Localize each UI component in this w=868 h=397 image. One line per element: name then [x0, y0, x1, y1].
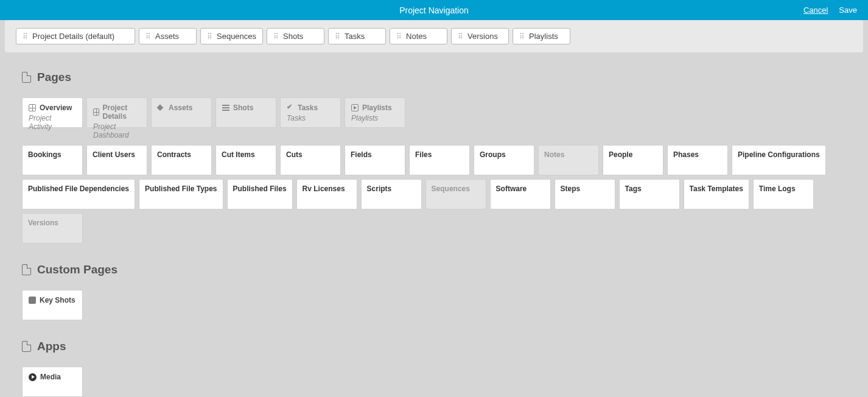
tile-files[interactable]: Files [409, 145, 470, 175]
card-title: Overview [40, 104, 72, 112]
nav-tab-label: Project Details (default) [32, 32, 114, 41]
tile-pipeline-configurations[interactable]: Pipeline Configurations [732, 145, 826, 175]
tile-fields[interactable]: Fields [345, 145, 405, 175]
card-subtitle: Project Dashboard [93, 122, 141, 139]
drag-handle-icon[interactable] [519, 32, 525, 41]
play-circle-icon [29, 373, 37, 381]
card-title: Shots [233, 104, 253, 112]
custom-pages-row: Key Shots [22, 290, 846, 320]
section-apps: Apps Media [22, 340, 846, 397]
card-title: Playlists [362, 104, 392, 112]
pages-row-2: Published File DependenciesPublished Fil… [22, 179, 846, 244]
page-card-tasks[interactable]: TasksTasks [280, 97, 341, 128]
tile-sequences[interactable]: Sequences [425, 179, 486, 209]
tile-tags[interactable]: Tags [619, 179, 680, 209]
nav-tab-tasks[interactable]: Tasks [328, 28, 386, 44]
dialog-title: Project Navigation [399, 5, 469, 15]
page-card-project-details[interactable]: Project DetailsProject Dashboard [86, 97, 147, 128]
section-header-pages: Pages [22, 71, 846, 84]
card-title: Project Details [103, 104, 141, 121]
dialog-header: Project Navigation Cancel Save [0, 0, 868, 20]
section-title-pages: Pages [37, 71, 71, 84]
nav-tab-label: Shots [283, 32, 303, 41]
drag-handle-icon[interactable] [335, 32, 340, 41]
section-header-apps: Apps [22, 340, 846, 353]
tile-bookings[interactable]: Bookings [22, 145, 83, 175]
pages-row-1: BookingsClient UsersContractsCut ItemsCu… [22, 145, 846, 175]
card-title: Assets [169, 104, 192, 112]
grid-icon [29, 104, 36, 111]
tile-published-files[interactable]: Published Files [227, 179, 293, 209]
tile-groups[interactable]: Groups [474, 145, 534, 175]
save-button[interactable]: Save [839, 5, 857, 15]
nav-tab-label: Tasks [345, 32, 365, 41]
nav-tab-playlists[interactable]: Playlists [513, 28, 570, 44]
section-title-custom: Custom Pages [37, 263, 117, 276]
page-card-shots[interactable]: Shots [215, 97, 276, 128]
tile-task-templates[interactable]: Task Templates [684, 179, 749, 209]
nav-tab-notes[interactable]: Notes [390, 28, 447, 44]
tile-scripts[interactable]: Scripts [361, 179, 422, 209]
play-icon [351, 104, 359, 111]
page-card-overview[interactable]: OverviewProject Activity [22, 97, 83, 128]
nav-tab-project-details-default[interactable]: Project Details (default) [16, 28, 135, 44]
check-icon [287, 104, 294, 111]
cancel-button[interactable]: Cancel [803, 5, 828, 15]
page-icon [22, 264, 31, 275]
section-title-apps: Apps [37, 340, 66, 353]
nav-tab-label: Sequences [217, 32, 256, 41]
tile-rv-licenses[interactable]: Rv Licenses [296, 179, 357, 209]
tile-client-users[interactable]: Client Users [86, 145, 147, 175]
drag-handle-icon[interactable] [396, 32, 402, 41]
nav-tab-assets[interactable]: Assets [139, 28, 197, 44]
section-header-custom: Custom Pages [22, 263, 846, 276]
tile-cut-items[interactable]: Cut Items [215, 145, 276, 175]
tile-versions[interactable]: Versions [22, 213, 83, 244]
page-icon [22, 72, 31, 83]
tile-contracts[interactable]: Contracts [151, 145, 212, 175]
apps-row: Media [22, 367, 846, 397]
page-card-assets[interactable]: Assets [151, 97, 212, 128]
tile-steps[interactable]: Steps [555, 179, 615, 209]
nav-tab-label: Versions [467, 32, 498, 41]
tile-phases[interactable]: Phases [667, 145, 728, 175]
card-subtitle: Project Activity [29, 114, 76, 131]
page-card-playlists[interactable]: PlaylistsPlaylists [345, 97, 405, 128]
grid-icon [93, 108, 99, 116]
cube-icon [158, 104, 165, 111]
list-icon [222, 105, 229, 111]
nav-tabs-strip: Project Details (default)AssetsSequences… [5, 20, 863, 52]
nav-tab-versions[interactable]: Versions [451, 28, 509, 44]
tile-time-logs[interactable]: Time Logs [753, 179, 814, 209]
nav-tab-label: Playlists [529, 32, 558, 41]
card-subtitle: Tasks [287, 114, 334, 122]
content-area: Pages OverviewProject ActivityProject De… [0, 52, 868, 397]
card-title: Tasks [298, 104, 318, 112]
featured-pages-row: OverviewProject ActivityProject DetailsP… [22, 97, 846, 128]
tile-cuts[interactable]: Cuts [280, 145, 341, 175]
card-subtitle: Playlists [351, 114, 399, 122]
drag-handle-icon[interactable] [273, 32, 279, 41]
nav-tab-label: Notes [406, 32, 427, 41]
header-actions: Cancel Save [803, 0, 857, 20]
section-custom-pages: Custom Pages Key Shots [22, 263, 846, 320]
tile-published-file-types[interactable]: Published File Types [139, 179, 223, 209]
drag-handle-icon[interactable] [145, 32, 151, 41]
tile-software[interactable]: Software [490, 179, 551, 209]
tile-notes[interactable]: Notes [538, 145, 599, 175]
drag-handle-icon[interactable] [207, 32, 212, 41]
nav-tab-label: Assets [155, 32, 179, 41]
drag-handle-icon[interactable] [458, 32, 463, 41]
nav-tab-shots[interactable]: Shots [267, 28, 324, 44]
card-title: Media [40, 373, 61, 381]
tile-published-file-dependencies[interactable]: Published File Dependencies [22, 179, 135, 209]
section-pages: Pages OverviewProject ActivityProject De… [22, 71, 846, 244]
drag-handle-icon[interactable] [23, 32, 28, 41]
nav-tab-sequences[interactable]: Sequences [200, 28, 263, 44]
custom-page-key-shots[interactable]: Key Shots [22, 290, 83, 320]
thumbnail-icon [29, 297, 36, 304]
app-media[interactable]: Media [22, 367, 83, 397]
tile-people[interactable]: People [603, 145, 663, 175]
page-icon [22, 341, 31, 352]
card-title: Key Shots [40, 296, 75, 304]
